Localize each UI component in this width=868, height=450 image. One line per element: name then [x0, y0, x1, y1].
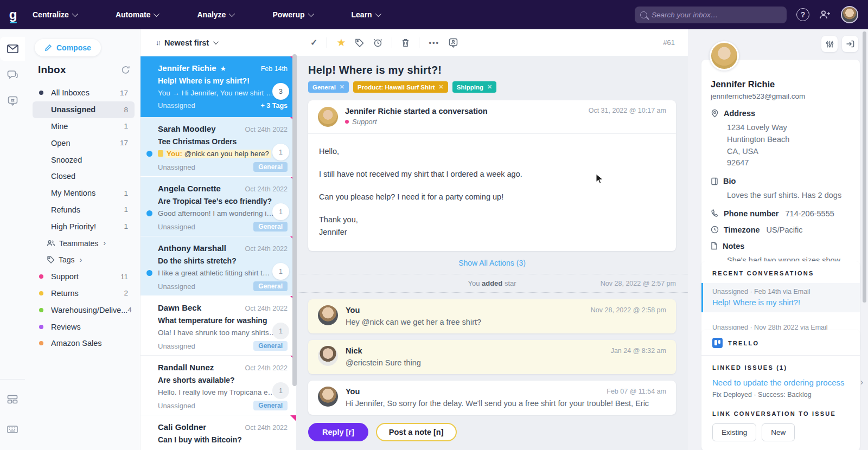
ticket-number: #61: [663, 38, 675, 47]
link-conversation-header: LINK CONVERSATION TO ISSUE: [712, 410, 849, 417]
reply-footer: Reply [r] Post a note [n]: [296, 417, 688, 450]
chevron-right-icon: ›: [80, 255, 82, 264]
collapse-panel-icon[interactable]: [842, 36, 858, 52]
user-avatar[interactable]: [841, 6, 858, 23]
sidebar-item-open[interactable]: Open17: [33, 134, 135, 151]
sidebar-item-teammates[interactable]: Teammates›: [33, 235, 135, 252]
bio-field: Bio: [711, 177, 849, 185]
sidebar-tag-returns[interactable]: Returns2: [33, 285, 135, 302]
groove-logo[interactable]: g: [0, 8, 26, 21]
sidebar-item-refunds[interactable]: Refunds1: [33, 202, 135, 218]
menu-automate[interactable]: Automate: [116, 10, 158, 19]
conversation-item-jennifer[interactable]: Jennifer Richie★Feb 14th Help! Where is …: [141, 56, 296, 117]
sidebar-item-snoozed[interactable]: Snoozed: [33, 151, 135, 168]
avatar: [318, 346, 338, 366]
tag-color-dot: [39, 274, 43, 279]
inbox-title: Inbox: [38, 64, 66, 76]
post-note-button[interactable]: Post a note [n]: [376, 423, 457, 441]
refresh-icon[interactable]: [121, 66, 130, 74]
folder-list: All Inboxes17 Unassigned8 Mine1 Open17 S…: [33, 85, 135, 352]
recent-conversation-item[interactable]: Unassigned · Feb 14th via Email Help! Wh…: [701, 283, 860, 312]
search-input[interactable]: [652, 11, 781, 19]
sidebar-item-tags[interactable]: Tags›: [33, 252, 135, 268]
conversation-item-cali[interactable]: Cali GoldnerOct 24th 2022 Can I buy with…: [141, 415, 296, 450]
sidebar-item-mine[interactable]: Mine1: [33, 118, 135, 135]
sidebar-tag-amazon-sales[interactable]: Amazon Sales: [33, 335, 135, 352]
sidebar-tag-warehousing[interactable]: Warehousing/Delive...4: [33, 301, 135, 318]
sidebar-item-all-inboxes[interactable]: All Inboxes17: [33, 85, 135, 101]
tag-pill-product[interactable]: Product: Hawaii Surf Shirt✕: [353, 81, 448, 93]
conversation-item-sarah[interactable]: Sarah MoodleyOct 24th 2022 Tee Christmas…: [141, 117, 296, 177]
menu-learn[interactable]: Learn: [352, 10, 380, 19]
tag-color-dot: [39, 341, 43, 345]
sidebar-item-closed[interactable]: Closed: [33, 168, 135, 185]
linked-issue-link[interactable]: Need to update the ordering process: [712, 377, 849, 388]
panel-settings-icon[interactable]: [821, 36, 838, 52]
people-icon: [47, 240, 55, 247]
assign-icon[interactable]: [449, 38, 458, 48]
conversation-item-dawn[interactable]: Dawn BeckOct 24th 2022 What temperature …: [141, 296, 296, 356]
show-all-actions-link[interactable]: Show All Actions (3): [308, 259, 676, 267]
conversation-item-angela[interactable]: Angela CornetteOct 24th 2022 Are Tropica…: [141, 177, 296, 236]
more-dots-icon[interactable]: •••: [429, 38, 439, 47]
close-check-icon[interactable]: ✓: [310, 37, 317, 48]
note-icon: [711, 242, 718, 250]
sidebar-item-high-priority[interactable]: High Priority!1: [33, 218, 135, 235]
help-icon[interactable]: ?: [796, 8, 809, 21]
menu-analyze[interactable]: Analyze: [197, 10, 233, 19]
keyboard-icon[interactable]: [0, 417, 25, 441]
existing-issue-button[interactable]: Existing: [712, 423, 756, 441]
sidebar-tag-support[interactable]: Support11: [33, 268, 135, 285]
remove-tag-icon[interactable]: ✕: [340, 83, 344, 91]
message-card-first: Jennifer Richie started a conversation S…: [308, 100, 676, 251]
sort-dropdown[interactable]: ↓↑ Newest first: [141, 29, 296, 56]
hash-bubble-icon[interactable]: [0, 89, 25, 113]
snooze-clock-icon[interactable]: [373, 38, 382, 47]
new-issue-button[interactable]: New: [762, 423, 795, 441]
tag-pill-shipping[interactable]: Shipping✕: [452, 81, 496, 93]
avatar: [318, 305, 338, 325]
tag-pill-general[interactable]: General✕: [308, 81, 349, 93]
sidebar-item-my-mentions[interactable]: My Mentions1: [33, 185, 135, 202]
compose-button[interactable]: Compose: [35, 39, 101, 56]
reply-button[interactable]: Reply [r]: [308, 423, 368, 441]
remove-tag-icon[interactable]: ✕: [439, 83, 444, 91]
linked-issues-header: LINKED ISSUES (1): [712, 364, 849, 371]
thread-scrollbar[interactable]: [292, 54, 297, 386]
tag-icon: [47, 256, 55, 263]
trash-icon[interactable]: [401, 38, 410, 47]
pencil-icon: [44, 44, 52, 52]
conversation-item-anthony[interactable]: Anthony MarshallOct 24th 2022 Do the shi…: [141, 236, 296, 296]
clock-icon: [711, 226, 719, 234]
chevron-down-icon: [213, 39, 219, 44]
layout-icon[interactable]: [0, 387, 25, 411]
note-card-nick: Nick @ericstein Sure thing Jan 24 @ 8:32…: [308, 340, 676, 374]
timestamp: Nov 28, 2022 @ 2:58 pm: [591, 306, 666, 314]
recent-conversations-header: RECENT CONVERSATIONS: [701, 270, 860, 277]
menu-powerup[interactable]: Powerup: [272, 10, 312, 19]
sidebar-tag-reviews[interactable]: Reviews: [33, 318, 135, 335]
star-icon[interactable]: ★: [336, 36, 346, 49]
window-scrollbar[interactable]: [863, 31, 866, 303]
mail-icon[interactable]: [0, 37, 25, 61]
top-navbar: g Centralize Automate Analyze Powerup Le…: [0, 0, 868, 29]
tag-icon[interactable]: [355, 38, 364, 47]
trello-logo-icon: [712, 338, 723, 348]
conversation-item-randall[interactable]: Randall NunezOct 24th 2022 Are shorts av…: [141, 356, 296, 415]
left-icon-rail: [0, 29, 25, 450]
sidebar-item-unassigned[interactable]: Unassigned8: [33, 101, 135, 118]
bullet-icon: [39, 91, 43, 95]
thread-toolbar: ✓ ★ ••• #61: [296, 29, 688, 56]
menu-centralize[interactable]: Centralize: [33, 10, 76, 19]
chevron-right-icon[interactable]: ›: [860, 377, 863, 387]
conversation-list: ↓↑ Newest first Jennifer Richie★Feb 14th…: [140, 29, 296, 450]
avatar: [318, 387, 338, 407]
chevron-down-icon: [229, 11, 235, 17]
chevron-right-icon: ›: [103, 238, 106, 247]
tag-color-dot: [39, 308, 43, 312]
remove-tag-icon[interactable]: ✕: [487, 83, 492, 91]
chat-icon[interactable]: [0, 63, 25, 87]
phone-field: Phone number 714-206-5555: [711, 209, 849, 218]
search-box[interactable]: [635, 7, 787, 23]
add-user-icon[interactable]: [819, 10, 831, 20]
